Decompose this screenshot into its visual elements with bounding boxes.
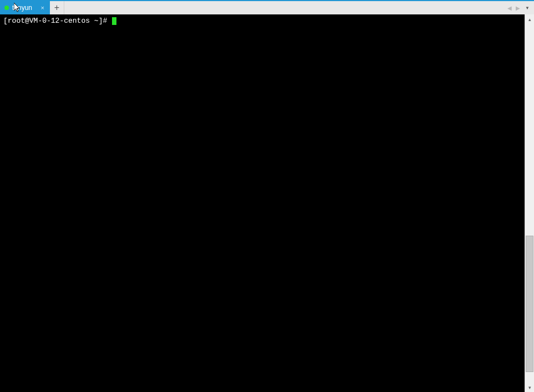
- scroll-track[interactable]: [525, 24, 534, 383]
- terminal-line: [root@VM-0-12-centos ~]#: [3, 17, 521, 26]
- scroll-up-button[interactable]: ▴: [525, 14, 534, 24]
- tab-session[interactable]: tenyun ×: [0, 1, 50, 14]
- terminal-prompt: [root@VM-0-12-centos ~]#: [3, 17, 111, 25]
- terminal[interactable]: [root@VM-0-12-centos ~]#: [0, 14, 525, 392]
- close-tab-icon[interactable]: ×: [40, 4, 45, 11]
- new-tab-button[interactable]: +: [50, 1, 64, 14]
- scroll-down-button[interactable]: ▾: [525, 383, 534, 392]
- scroll-thumb[interactable]: [526, 236, 533, 372]
- connection-status-icon: [4, 6, 9, 10]
- tab-bar-controls: ◀ ▶ ▼: [506, 1, 532, 14]
- main-area: [root@VM-0-12-centos ~]# ▴ ▾: [0, 14, 534, 392]
- vertical-scrollbar[interactable]: ▴ ▾: [525, 14, 534, 392]
- tab-nav-left-icon[interactable]: ◀: [506, 4, 513, 12]
- tab-bar: tenyun × + ◀ ▶ ▼: [0, 0, 534, 14]
- terminal-cursor: [112, 17, 116, 25]
- tab-label: tenyun: [12, 4, 35, 12]
- tab-menu-dropdown-icon[interactable]: ▼: [523, 4, 532, 12]
- tab-nav-right-icon[interactable]: ▶: [515, 4, 521, 12]
